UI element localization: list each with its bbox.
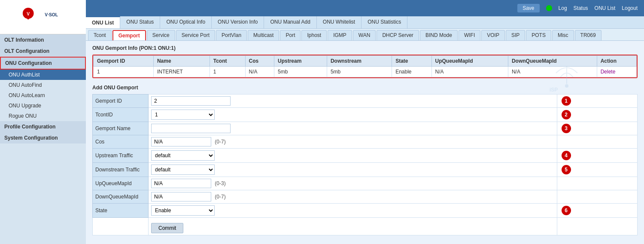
step-badge-cell-5: 5 <box>557 163 637 177</box>
sidebar-item-onu-autofind[interactable]: ONU AutoFind <box>0 80 86 90</box>
form-row-gemport-name: Gemport Name 3 <box>93 122 638 135</box>
tab-onu-whitelist[interactable]: ONU Whitelist <box>317 16 361 28</box>
sidebar-olt-information[interactable]: OLT Information <box>0 34 86 46</box>
subtab-portvlan[interactable]: PortVlan <box>216 30 247 40</box>
sidebar-item-onu-authlist[interactable]: ONU AuthList <box>0 70 86 80</box>
form-row-state: State Enable Disable 6 <box>93 204 638 218</box>
label-downstream-traffic: Downstream Traffic <box>93 163 149 177</box>
col-header-tcont: Tcont <box>210 56 245 67</box>
cos-input[interactable] <box>151 137 211 146</box>
upqueue-range-hint: (0-3) <box>215 180 225 186</box>
subtab-service[interactable]: Service <box>147 30 175 40</box>
input-cell-gemport-name <box>149 122 557 135</box>
subtab-wan[interactable]: WAN <box>353 30 376 40</box>
gemport-info-title: ONU Gemport Info (PON:1 ONU:1) <box>92 45 638 51</box>
step-badge-cell-1: 1 <box>557 95 637 108</box>
sidebar: V ● V·SOL OLT Information OLT Configurat… <box>0 0 86 244</box>
tab-onu-optical-info[interactable]: ONU Optical Info <box>160 16 212 28</box>
cell-cos: N/A <box>245 67 274 77</box>
form-row-commit: Commit <box>93 218 638 235</box>
subtab-igmp[interactable]: IGMP <box>328 30 352 40</box>
label-cos: Cos <box>93 135 149 149</box>
tab-onu-status[interactable]: ONU Status <box>120 16 160 28</box>
logout-link[interactable]: Logout <box>622 5 638 11</box>
gemport-name-input[interactable] <box>151 124 231 133</box>
step-badge-cell-2: 2 <box>557 108 637 122</box>
subtab-multicast[interactable]: Multicast <box>248 30 279 40</box>
delete-link[interactable]: Delete <box>601 69 616 75</box>
cell-action[interactable]: Delete <box>597 67 636 77</box>
cell-downqueue: N/A <box>508 67 597 77</box>
cell-state: Enable <box>392 67 431 77</box>
input-cell-upqueue: (0-3) <box>149 177 557 190</box>
subtab-misc[interactable]: Misc <box>552 30 574 40</box>
sidebar-olt-configuration[interactable]: OLT Configuration <box>0 46 86 57</box>
col-header-gemport-id: Gemport ID <box>94 56 154 67</box>
subtab-bind-mode[interactable]: BIND Mode <box>420 30 458 40</box>
save-button[interactable]: Save <box>517 4 539 12</box>
tab-onu-version-info[interactable]: ONU Version Info <box>212 16 264 28</box>
label-upstream-traffic: Upstream Traffic <box>93 149 149 163</box>
downstream-traffic-select[interactable]: default <box>151 165 215 175</box>
onu-list-link[interactable]: ONU List <box>595 5 616 11</box>
col-header-downqueue: DownQueueMapId <box>508 56 597 67</box>
cell-downstream: 5mb <box>327 67 392 77</box>
subtab-gemport[interactable]: Gemport <box>112 30 146 40</box>
gemport-info-table: Gemport ID Name Tcont Cos Upstream Downs… <box>93 55 637 77</box>
cell-gemport-id: 1 <box>94 67 154 77</box>
label-upqueue: UpQueueMapId <box>93 177 149 190</box>
label-downqueue: DownQueueMapId <box>93 190 149 204</box>
subtab-tcont[interactable]: Tcont <box>88 30 112 40</box>
subtab-sip[interactable]: SIP <box>506 30 525 40</box>
sidebar-item-rogue-onu[interactable]: Rogue ONU <box>0 111 86 121</box>
label-state: State <box>93 204 149 218</box>
col-header-name: Name <box>153 56 210 67</box>
col-header-action: Action <box>597 56 636 67</box>
col-header-downstream: Downstream <box>327 56 392 67</box>
label-tcont-id: TcontID <box>93 108 149 122</box>
log-link[interactable]: Log <box>559 5 567 11</box>
step-badge-1: 1 <box>562 96 571 106</box>
subtab-wifi[interactable]: WIFI <box>459 30 480 40</box>
sidebar-item-onu-autolearn[interactable]: ONU AutoLearn <box>0 90 86 101</box>
step-badge-3: 3 <box>562 124 571 133</box>
svg-text:●: ● <box>27 16 30 21</box>
step-badge-cell-4: 4 <box>557 149 637 163</box>
tab-onu-statistics[interactable]: ONU Statistics <box>361 16 407 28</box>
nav-tabs: ONU List ONU Status ONU Optical Info ONU… <box>86 16 644 29</box>
subtab-iphost[interactable]: Iphost <box>301 30 327 40</box>
input-cell-downstream: default <box>149 163 557 177</box>
upqueue-input[interactable] <box>151 179 211 188</box>
downqueue-input[interactable] <box>151 192 211 201</box>
sidebar-item-onu-upgrade[interactable]: ONU Upgrade <box>0 101 86 111</box>
subtab-service-port[interactable]: Service Port <box>176 30 215 40</box>
sidebar-system-configuration[interactable]: System Configuration <box>0 132 86 143</box>
subtab-voip[interactable]: VOIP <box>481 30 505 40</box>
tab-onu-list[interactable]: ONU List <box>86 16 120 28</box>
cell-upstream: 5mb <box>274 67 327 77</box>
subtab-pots[interactable]: POTS <box>526 30 551 40</box>
state-select[interactable]: Enable Disable <box>151 205 215 216</box>
sidebar-onu-configuration[interactable]: ONU Configuration <box>0 57 86 70</box>
step-badge-4: 4 <box>562 151 571 160</box>
status-link[interactable]: Status <box>574 5 588 11</box>
input-cell-cos: (0-7) <box>149 135 557 149</box>
tcont-id-select[interactable]: 1 2 3 <box>151 110 215 120</box>
form-row-gemport-id: Gemport ID 1 <box>93 95 638 108</box>
sidebar-profile-configuration[interactable]: Profile Configuration <box>0 121 86 132</box>
add-gemport-title: Add ONU Gemport <box>92 85 638 91</box>
form-row-tcont-id: TcontID 1 2 3 2 <box>93 108 638 122</box>
subtab-tr069[interactable]: TR069 <box>575 30 601 40</box>
commit-button[interactable]: Commit <box>151 223 183 233</box>
logo-area: V ● V·SOL <box>0 0 86 34</box>
main-content: Save Log Status ONU List Logout ONU List… <box>86 0 644 244</box>
gemport-id-input[interactable] <box>151 96 231 106</box>
svg-text:V·SOL: V·SOL <box>45 12 58 17</box>
tab-onu-manual-add[interactable]: ONU Manual Add <box>264 16 316 28</box>
step-badge-2: 2 <box>562 110 571 119</box>
subtab-port[interactable]: Port <box>280 30 301 40</box>
upstream-traffic-select[interactable]: default <box>151 150 215 161</box>
subtab-dhcp-server[interactable]: DHCP Server <box>377 30 419 40</box>
topbar: Save Log Status ONU List Logout <box>86 0 644 16</box>
input-cell-gemport-id <box>149 95 557 108</box>
